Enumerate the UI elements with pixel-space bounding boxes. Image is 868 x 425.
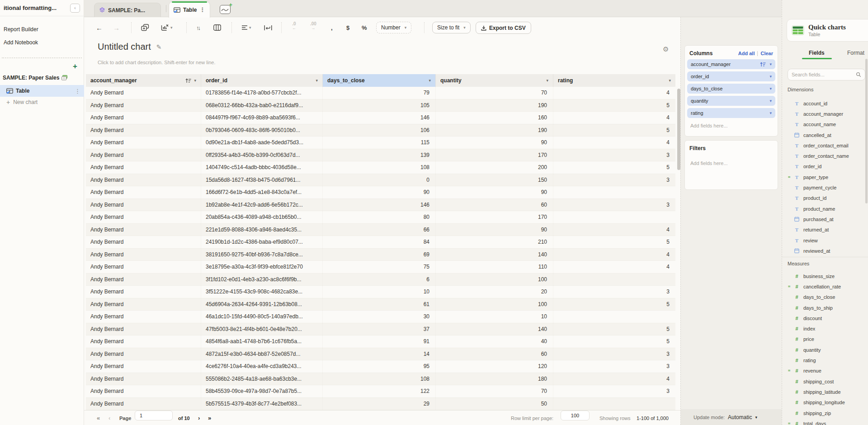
dimension-item-payment_cycle[interactable]: Tpayment_cycle [782, 182, 868, 193]
table-scrollbar-thumb[interactable] [677, 89, 680, 170]
dimension-item-returned_at[interactable]: Treturned_at [782, 225, 868, 235]
text-align-button[interactable]: ▾ [241, 22, 251, 33]
column-pill-order_id[interactable]: order_id▾ [687, 71, 775, 81]
pill-menu-caret-icon[interactable]: ▾ [769, 99, 772, 103]
update-mode-value[interactable]: Automatic [728, 414, 752, 420]
measure-item-price[interactable]: #price [782, 334, 868, 345]
dimension-item-account_manager[interactable]: Taccount_manager [782, 109, 868, 119]
size-to-fit-dropdown[interactable]: Size to fit ▾ [432, 22, 471, 33]
column-header-order_id[interactable]: order_id▾ [201, 74, 323, 87]
column-pill-account_manager[interactable]: account_manager▾ [687, 59, 775, 69]
dimension-item-purchased_at[interactable]: purchased_at [782, 214, 868, 224]
tab-format[interactable]: Format [847, 50, 864, 56]
decrease-decimal-button[interactable]: .0 ← [292, 22, 296, 33]
sidebar-item-report-builder[interactable]: Report Builder [4, 26, 38, 33]
dimension-item-review[interactable]: Treview [782, 235, 868, 246]
column-menu-caret-icon[interactable]: ▾ [194, 78, 196, 83]
measure-item-total_days[interactable]: =#total_days [782, 418, 868, 425]
delete-chart-button[interactable]: ▾ [161, 22, 173, 33]
sidebar-item-add-notebook[interactable]: Add Notebook [4, 39, 38, 46]
column-header-rating[interactable]: rating▾ [553, 74, 675, 87]
measure-item-cancellation_rate[interactable]: =#cancellation_rate [782, 281, 868, 292]
number-format-dropdown[interactable]: Number ▾ [376, 22, 411, 33]
wrap-text-button[interactable] [264, 22, 272, 33]
measure-item-rating[interactable]: #rating [782, 355, 868, 365]
percent-format-button[interactable]: % [362, 22, 367, 33]
add-data-source-button[interactable]: + [73, 62, 77, 70]
dimension-item-order_id[interactable]: Torder_id [782, 161, 868, 172]
column-menu-caret-icon[interactable]: ▾ [546, 78, 548, 83]
measure-item-shipping_cost[interactable]: #shipping_cost [782, 376, 868, 387]
add-all-link[interactable]: Add all [738, 51, 755, 56]
tab-table[interactable]: Table ⋮ [169, 1, 210, 18]
columns-add-fields-placeholder[interactable]: Add fields here... [685, 120, 778, 131]
table-item-menu-icon[interactable]: ⋮ [75, 88, 80, 94]
pill-menu-caret-icon[interactable]: ▾ [769, 86, 772, 91]
last-page-button[interactable]: » [208, 411, 211, 425]
measure-item-shipping_zip[interactable]: #shipping_zip [782, 408, 868, 418]
pill-menu-caret-icon[interactable]: ▾ [769, 62, 772, 66]
undo-back-button[interactable]: ← [96, 22, 103, 33]
thousands-separator-button[interactable]: , [331, 22, 333, 33]
column-menu-caret-icon[interactable]: ▾ [429, 78, 431, 83]
measure-item-business_size[interactable]: #business_size [782, 271, 868, 281]
filters-add-fields-placeholder[interactable]: Add fields here... [685, 154, 778, 169]
dimension-item-account_id[interactable]: Taccount_id [782, 98, 868, 109]
field-label: index [803, 326, 815, 331]
pill-menu-caret-icon[interactable]: ▾ [769, 74, 772, 79]
currency-format-button[interactable]: $ [346, 22, 349, 33]
measure-item-quantity[interactable]: #quantity [782, 345, 868, 355]
column-header-quantity[interactable]: quantity▾ [436, 74, 553, 87]
column-pill-quantity[interactable]: quantity▾ [687, 96, 775, 106]
chart-title[interactable]: Untitled chart [98, 42, 151, 52]
first-page-button[interactable]: « [97, 411, 100, 425]
prev-page-button[interactable]: ‹ [108, 411, 110, 425]
cell-quantity: 60 [436, 348, 553, 360]
column-menu-caret-icon[interactable]: ▾ [669, 78, 671, 83]
measure-item-days_to_ship[interactable]: #days_to_ship [782, 302, 868, 313]
chart-description-placeholder[interactable]: Click to add chart description. Shift-en… [98, 60, 215, 65]
measure-item-days_to_close[interactable]: #days_to_close [782, 292, 868, 302]
export-csv-button[interactable]: Export to CSV [476, 22, 531, 34]
gear-icon[interactable]: ⚙ [663, 45, 669, 53]
dimension-item-cancelled_at[interactable]: cancelled_at [782, 130, 868, 140]
column-menu-caret-icon[interactable]: ▾ [316, 78, 318, 83]
measure-item-index[interactable]: #index [782, 323, 868, 334]
duplicate-chart-button[interactable] [141, 22, 149, 33]
manage-columns-button[interactable] [213, 22, 221, 33]
sidebar-item-table[interactable]: Table ⋮ [0, 85, 84, 97]
sidebar-item-sample-paper-sales[interactable]: SAMPLE: Paper Sales [3, 75, 67, 81]
measure-item-revenue[interactable]: =#revenue [782, 366, 868, 376]
page-number-input[interactable]: 1 [135, 411, 173, 420]
search-fields-input[interactable]: Search fields... [788, 69, 865, 80]
dimension-item-order_contact_name[interactable]: Torder_contact_name [782, 151, 868, 161]
column-header-account_manager[interactable]: account_manager▾ [86, 74, 201, 87]
tab-fields[interactable]: Fields [809, 50, 825, 56]
dimension-item-order_contact_email[interactable]: Torder_contact_email [782, 140, 868, 151]
tab-menu-icon[interactable]: ⋮ [199, 6, 205, 13]
dimension-item-product_name[interactable]: Tproduct_name [782, 203, 868, 214]
sort-button[interactable]: ↑↓ [196, 22, 201, 33]
next-page-button[interactable]: › [198, 411, 200, 425]
redo-forward-button[interactable]: → [113, 22, 120, 33]
collapse-panel-button[interactable]: ‹ [70, 4, 80, 13]
dimension-item-product_id[interactable]: Tproduct_id [782, 193, 868, 203]
column-header-days_to_close[interactable]: days_to_close▾ [323, 74, 436, 87]
new-tab-button[interactable]: + [216, 3, 234, 16]
measure-item-shipping_longitude[interactable]: #shipping_longitude [782, 397, 868, 408]
increase-decimal-button[interactable]: .00 → [310, 22, 316, 33]
dimension-item-paper_type[interactable]: =Tpaper_type [782, 172, 868, 182]
measure-item-shipping_latitude[interactable]: #shipping_latitude [782, 387, 868, 397]
sidebar-item-new-chart[interactable]: + New chart [6, 99, 38, 106]
dimension-item-reviewed_at[interactable]: reviewed_at [782, 246, 868, 256]
row-limit-input[interactable]: 100 [561, 411, 590, 420]
dimension-item-account_name[interactable]: Taccount_name [782, 119, 868, 130]
measure-item-discount[interactable]: #discount [782, 313, 868, 323]
edit-pencil-icon[interactable]: ✎ [156, 43, 162, 51]
tab-sample-paper-sales[interactable]: SAMPLE: Pa... [94, 3, 161, 17]
column-pill-rating[interactable]: rating▾ [687, 108, 775, 118]
panel-scrollbar-thumb[interactable] [865, 59, 868, 203]
pill-menu-caret-icon[interactable]: ▾ [769, 111, 772, 115]
column-pill-days_to_close[interactable]: days_to_close▾ [687, 84, 775, 94]
clear-link[interactable]: Clear [760, 51, 773, 56]
